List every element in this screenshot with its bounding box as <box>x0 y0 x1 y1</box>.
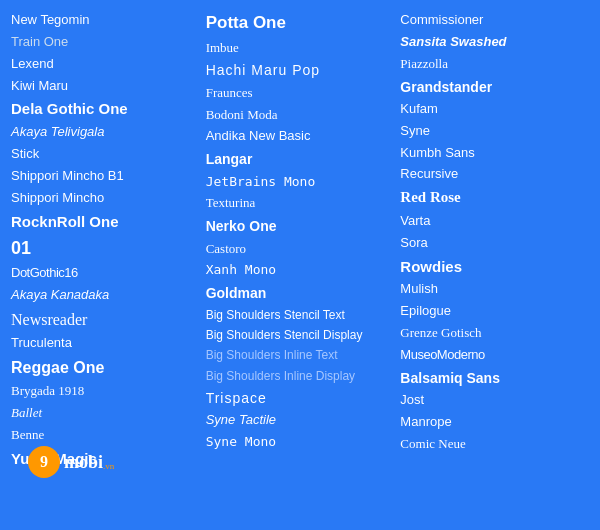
font-item[interactable]: Kumbh Sans <box>397 143 592 164</box>
font-item[interactable]: Piazzolla <box>397 54 592 75</box>
font-item[interactable]: Big Shoulders Inline Display <box>203 367 398 386</box>
font-item[interactable]: Varta <box>397 211 592 232</box>
font-item[interactable]: Kiwi Maru <box>8 76 203 97</box>
font-item[interactable]: Commissioner <box>397 10 592 31</box>
font-item[interactable]: Shippori Mincho <box>8 188 203 209</box>
font-item[interactable]: Rowdies <box>397 255 592 279</box>
font-item[interactable]: 01 <box>8 234 203 262</box>
font-item[interactable]: JetBrains Mono <box>203 172 398 193</box>
font-item[interactable]: Nerko One <box>203 215 398 237</box>
font-item[interactable]: Balsamiq Sans <box>397 367 592 389</box>
font-item[interactable]: Sora <box>397 233 592 254</box>
font-item[interactable]: Trispace <box>203 387 398 409</box>
font-item[interactable]: New Tegomin <box>8 10 203 31</box>
font-item[interactable]: Train One <box>8 32 203 53</box>
font-item[interactable]: Recursive <box>397 164 592 185</box>
font-item[interactable]: Xanh Mono <box>203 260 398 281</box>
font-item[interactable]: Stick <box>8 144 203 165</box>
font-item[interactable]: Lexend <box>8 54 203 75</box>
font-item[interactable]: Mulish <box>397 279 592 300</box>
font-item[interactable]: Bodoni Moda <box>203 105 398 126</box>
font-item[interactable]: Benne <box>8 425 203 446</box>
font-item[interactable]: Langar <box>203 148 398 170</box>
font-item[interactable]: RocknRoll One <box>8 210 203 234</box>
font-item[interactable]: Texturina <box>203 193 398 214</box>
font-item[interactable]: Goldman <box>203 282 398 304</box>
column-3: CommissionerSansita SwashedPiazzollaGran… <box>397 10 592 520</box>
font-item[interactable]: Reggae One <box>8 355 203 380</box>
font-item[interactable]: Grenze Gotisch <box>397 323 592 344</box>
font-item[interactable]: Grandstander <box>397 76 592 98</box>
font-item[interactable]: Comic Neue <box>397 434 592 455</box>
font-item[interactable]: Syne Mono <box>203 432 398 453</box>
font-item[interactable]: MuseoModerno <box>397 345 592 366</box>
font-item[interactable]: Syne Tactile <box>203 410 398 431</box>
font-item[interactable]: Syne <box>397 121 592 142</box>
font-item[interactable]: Castoro <box>203 239 398 260</box>
font-item[interactable]: DotGothic16 <box>8 263 203 284</box>
mobi-label: mobi <box>64 452 103 473</box>
font-item[interactable]: Big Shoulders Stencil Text <box>203 306 398 325</box>
watermark: 9 mobi .vn <box>28 446 114 478</box>
mobi-tld: .vn <box>103 461 114 471</box>
font-item[interactable]: Big Shoulders Stencil Display <box>203 326 398 345</box>
column-1: New TegominTrain OneLexendKiwi MaruDela … <box>8 10 203 520</box>
font-item[interactable]: Hachi Maru Pop <box>203 59 398 81</box>
font-item[interactable]: Epilogue <box>397 301 592 322</box>
font-item[interactable]: Jost <box>397 390 592 411</box>
font-item[interactable]: Akaya Telivigala <box>8 122 203 143</box>
font-item[interactable]: Andika New Basic <box>203 126 398 147</box>
font-item[interactable]: Potta One <box>203 10 398 37</box>
font-item[interactable]: Fraunces <box>203 83 398 104</box>
font-item[interactable]: Akaya Kanadaka <box>8 285 203 306</box>
font-item[interactable]: Truculenta <box>8 333 203 354</box>
font-item[interactable]: Big Shoulders Inline Text <box>203 346 398 365</box>
font-item[interactable]: Sansita Swashed <box>397 32 592 53</box>
font-item[interactable]: Kufam <box>397 99 592 120</box>
font-item[interactable]: Newsreader <box>8 307 203 332</box>
column-2: Potta OneImbueHachi Maru PopFrauncesBodo… <box>203 10 398 520</box>
font-item[interactable]: Imbue <box>203 38 398 59</box>
font-item[interactable]: Manrope <box>397 412 592 433</box>
font-item[interactable]: Dela Gothic One <box>8 97 203 121</box>
font-item[interactable]: Shippori Mincho B1 <box>8 166 203 187</box>
font-item[interactable]: Red Rose <box>397 186 592 210</box>
mobi-circle-icon: 9 <box>28 446 60 478</box>
font-item[interactable]: Brygada 1918 <box>8 381 203 402</box>
font-item[interactable]: Ballet <box>8 403 203 424</box>
